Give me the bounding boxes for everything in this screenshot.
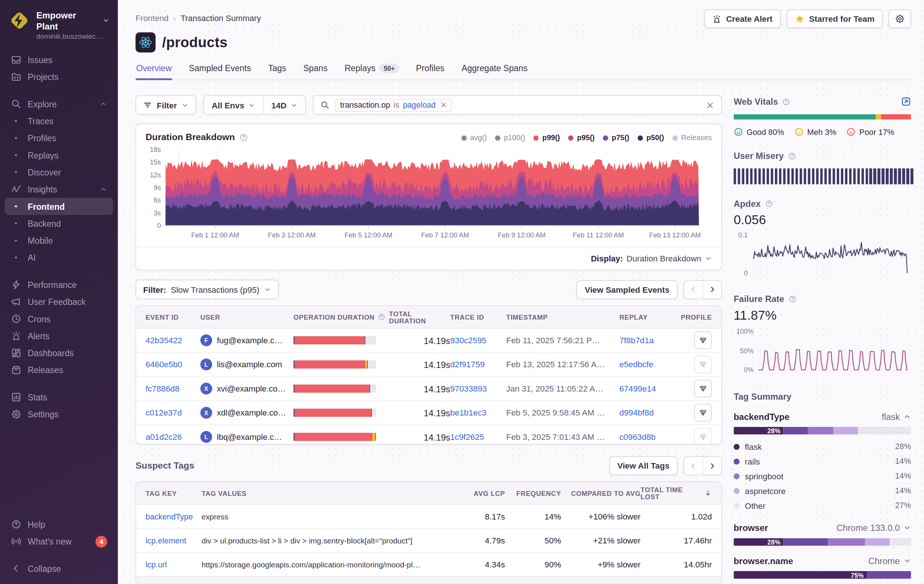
help-circle-icon[interactable] — [782, 97, 790, 105]
chip-remove-icon[interactable]: ✕ — [440, 100, 447, 110]
sidebar-item-releases[interactable]: Releases — [5, 362, 113, 378]
column-header-avg-lcp[interactable]: AVG LCP — [474, 490, 505, 497]
event-id-link[interactable]: c012e37d — [145, 408, 200, 418]
tag-distribution-bar[interactable]: 75% — [734, 571, 911, 579]
column-header-user[interactable]: USER — [200, 313, 294, 321]
tab-tags[interactable]: Tags — [267, 61, 287, 80]
operation-duration-bar[interactable] — [294, 433, 376, 441]
events-filter-button[interactable]: Filter: Slow Transactions (p95) — [135, 280, 279, 299]
operation-duration-bar[interactable] — [294, 408, 376, 416]
tag-legend-row[interactable]: Other27% — [734, 498, 911, 513]
trace-id-link[interactable]: 1c9f2625 — [450, 432, 506, 442]
tab-spans[interactable]: Spans — [303, 61, 328, 80]
sidebar-item-projects[interactable]: Projects — [5, 68, 113, 85]
settings-gear-button[interactable] — [889, 10, 911, 28]
legend-item-p100[interactable]: p100() — [495, 134, 525, 142]
profile-button[interactable] — [694, 380, 712, 397]
replay-link[interactable]: 7f8b7d1a — [619, 336, 671, 345]
legend-item-Releases[interactable]: Releases — [672, 134, 712, 142]
trace-id-link[interactable]: 97033893 — [450, 384, 506, 393]
sidebar-item-backend[interactable]: Backend — [5, 215, 113, 232]
tab-replays[interactable]: Replays50+ — [344, 61, 399, 80]
column-header-replay[interactable]: REPLAY — [619, 313, 671, 321]
display-selector[interactable]: Duration Breakdown — [627, 254, 712, 263]
help-circle-icon[interactable] — [239, 133, 248, 141]
legend-item-p75[interactable]: p75() — [603, 134, 630, 142]
tab-profiles[interactable]: Profiles — [416, 61, 445, 80]
sidebar-item-crons[interactable]: Crons — [5, 311, 113, 327]
replay-link[interactable]: d994bf8d — [619, 408, 671, 418]
tab-sampled-events[interactable]: Sampled Events — [188, 61, 252, 80]
column-header-operation-duration[interactable]: OPERATION DURATION — [294, 313, 389, 321]
help-circle-icon[interactable] — [765, 199, 773, 207]
column-header-profile[interactable]: PROFILE — [681, 313, 712, 321]
tag-key-link[interactable]: lcp.url — [145, 560, 201, 569]
suspect-prev-page-button[interactable] — [684, 457, 703, 475]
sidebar-item-settings[interactable]: Settings — [5, 406, 113, 423]
tag-key-link[interactable]: backendType — [145, 512, 201, 521]
tab-aggregate-spans[interactable]: Aggregate Spans — [461, 61, 528, 80]
sidebar-item-profiles[interactable]: Profiles — [5, 129, 113, 146]
replay-link[interactable]: e5edbcfe — [619, 360, 671, 369]
sidebar-item-user-feedback[interactable]: User Feedback — [5, 293, 113, 310]
org-switcher[interactable]: Empower Plant dominik.buszowiec… — [0, 8, 118, 44]
sidebar-item-issues[interactable]: Issues — [5, 51, 113, 68]
sidebar-item-replays[interactable]: Replays — [5, 147, 113, 164]
replay-link[interactable]: 67499e14 — [619, 384, 671, 393]
column-header-event-id[interactable]: EVENT ID — [145, 313, 200, 321]
column-header-tag-key[interactable]: TAG KEY — [145, 490, 201, 497]
open-in-new-icon[interactable] — [901, 97, 911, 107]
replay-link[interactable]: c0963d8b — [619, 432, 671, 442]
sidebar-item-explore[interactable]: Explore — [5, 95, 113, 112]
sidebar-item-ai[interactable]: AI — [5, 249, 113, 266]
sidebar-item-mobile[interactable]: Mobile — [5, 232, 113, 249]
filter-button[interactable]: Filter — [135, 95, 196, 115]
trace-id-link[interactable]: d2f91759 — [450, 360, 506, 369]
sidebar-item-alerts[interactable]: Alerts — [5, 327, 113, 344]
tag-legend-row[interactable]: springboot14% — [734, 469, 911, 484]
profile-button[interactable] — [694, 331, 712, 349]
sidebar-item-frontend[interactable]: Frontend — [5, 198, 113, 215]
suspect-next-page-button[interactable] — [703, 457, 721, 475]
operation-duration-bar[interactable] — [294, 336, 376, 344]
event-id-link[interactable]: 6460e5b0 — [145, 360, 200, 369]
view-sampled-events-button[interactable]: View Sampled Events — [576, 280, 678, 299]
legend-item-p99[interactable]: p99() — [534, 134, 560, 142]
view-all-tags-button[interactable]: View All Tags — [609, 456, 678, 475]
tag-distribution-bar[interactable]: 28% — [734, 538, 911, 546]
sidebar-item-help[interactable]: Help — [5, 516, 113, 533]
tab-overview[interactable]: Overview — [135, 61, 172, 80]
legend-item-avg[interactable]: avg() — [461, 134, 487, 142]
tag-legend-row[interactable]: flask28% — [734, 439, 911, 454]
tag-legend-row[interactable]: rails14% — [734, 454, 911, 469]
sidebar-item-stats[interactable]: Stats — [5, 388, 113, 406]
environment-selector[interactable]: All Envs — [204, 96, 263, 114]
events-next-page-button[interactable] — [703, 281, 721, 298]
sidebar-item-traces[interactable]: Traces — [5, 112, 113, 129]
profile-button[interactable] — [694, 404, 712, 422]
column-header-frequency[interactable]: FREQUENCY — [516, 490, 561, 497]
tag-selected-value[interactable]: Chrome 133.0.0 — [837, 523, 911, 533]
tag-key-link[interactable]: lcp.element — [145, 536, 201, 545]
legend-item-p50[interactable]: p50() — [638, 134, 664, 142]
operation-duration-bar[interactable] — [294, 385, 376, 393]
trace-id-link[interactable]: 930c2595 — [450, 336, 506, 345]
event-id-link[interactable]: 42b35422 — [145, 336, 200, 345]
event-id-link[interactable]: fc7886d8 — [145, 384, 200, 393]
sidebar-item-discover[interactable]: Discover — [5, 164, 113, 181]
duration-breakdown-chart[interactable]: 18s15s12s9s6s3s0Feb 1 12:00 AMFeb 3 12:0… — [136, 144, 721, 243]
search-filter-chip[interactable]: transaction.op is pageload ✕ — [335, 99, 452, 111]
sidebar-item-dashboards[interactable]: Dashboards — [5, 344, 113, 361]
legend-item-p95[interactable]: p95() — [568, 134, 595, 142]
tag-selected-value[interactable]: Chrome — [868, 556, 911, 566]
sidebar-item-insights[interactable]: Insights — [5, 181, 113, 197]
events-prev-page-button[interactable] — [684, 281, 703, 298]
date-range-selector[interactable]: 14D — [263, 96, 305, 114]
trace-id-link[interactable]: be1b1ec3 — [450, 408, 506, 418]
starred-for-team-button[interactable]: Starred for Team — [787, 10, 883, 28]
column-header-compared-to-avg[interactable]: COMPARED TO AVG — [571, 490, 640, 497]
column-header-trace-id[interactable]: TRACE ID — [450, 313, 506, 321]
profile-button[interactable] — [694, 356, 712, 373]
help-circle-icon[interactable] — [789, 294, 797, 303]
profile-button[interactable] — [694, 428, 712, 445]
